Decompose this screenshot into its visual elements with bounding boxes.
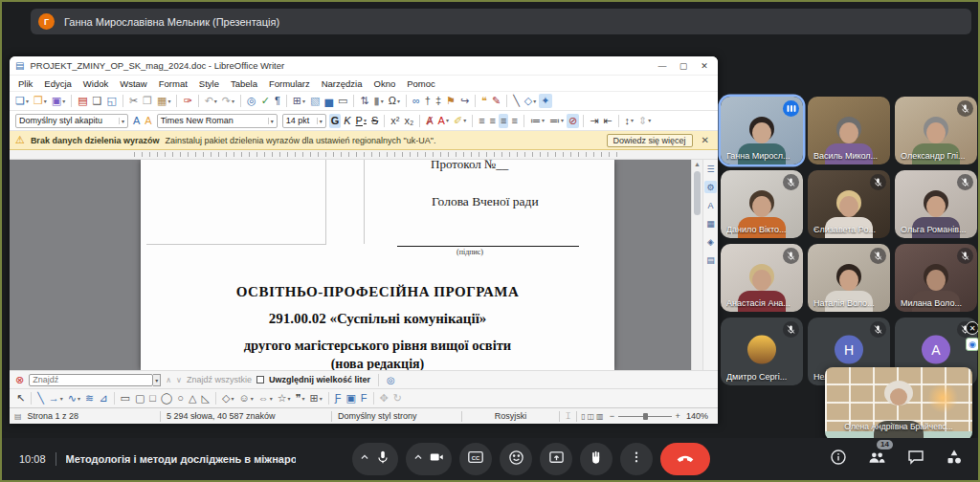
basic-shapes-icon[interactable]: ◇▾ (220, 391, 235, 405)
export-pdf-icon[interactable]: ▤ (76, 94, 89, 108)
insert-line-icon[interactable]: ╲ (511, 94, 522, 108)
italic-icon[interactable]: K (342, 114, 352, 128)
menu-plik[interactable]: Plik (13, 77, 37, 90)
reactions-button[interactable] (500, 443, 532, 475)
freeform-icon[interactable]: ≋ (83, 391, 96, 405)
track-changes-icon[interactable]: ✎ (490, 94, 502, 108)
status-page-style[interactable]: Domyślny styl strony (332, 411, 461, 421)
bold-icon[interactable]: G (329, 114, 342, 128)
paragraph-spacing-icon[interactable]: ⇕▾ (636, 114, 653, 128)
overlay-extension-icon[interactable]: ◉ (966, 338, 979, 351)
subscript-icon[interactable]: x₂ (402, 114, 415, 128)
right-triangle-icon[interactable]: ◺ (199, 391, 211, 405)
highlight-color-icon[interactable]: ✐▾ (452, 114, 468, 128)
insert-text-box-icon[interactable]: ▭ (336, 94, 349, 108)
participant-tile[interactable]: Анастасія Ана... (721, 244, 803, 312)
maximize-button[interactable]: ▢ (676, 61, 691, 71)
hyperlink-icon[interactable]: ∞ (411, 94, 422, 108)
edit-points-icon[interactable]: ✥ (378, 391, 390, 405)
clear-formatting-icon[interactable]: Ⱥ (424, 114, 434, 128)
endnote-icon[interactable]: ‡ (434, 94, 443, 108)
zoom-out-icon[interactable]: − (610, 411, 614, 421)
end-call-button[interactable] (660, 443, 710, 475)
square-icon[interactable]: □ (147, 391, 158, 405)
overlay-close-icon[interactable]: ✕ (966, 321, 979, 335)
menu-pomoc[interactable]: Pomoc (402, 77, 440, 90)
align-center-icon[interactable]: ≡ (488, 114, 498, 128)
participant-tile[interactable]: Єлизавета Ро... (808, 170, 890, 238)
status-page[interactable]: Strona 1 z 28 (22, 411, 160, 421)
font-color-icon[interactable]: A▾ (436, 114, 451, 128)
meeting-details-button[interactable] (830, 449, 847, 470)
raise-hand-button[interactable] (580, 443, 612, 475)
rectangle-icon[interactable]: ▭ (119, 391, 132, 405)
update-style-icon[interactable]: A (131, 114, 142, 128)
find-and-replace-icon[interactable]: ◎ (387, 375, 395, 385)
view-layout-icons[interactable]: ▯◫▥ (581, 412, 606, 421)
flowchart-icon[interactable]: ⊞▾ (307, 391, 323, 405)
minimize-button[interactable]: — (655, 61, 670, 71)
close-button[interactable]: ✕ (697, 61, 712, 71)
vertical-scrollbar[interactable]: ▲ (691, 160, 702, 370)
numbered-list-icon[interactable]: ≕▾ (547, 114, 566, 128)
copy-icon[interactable]: ❐ (141, 94, 154, 108)
page-deck-icon[interactable]: ▤ (704, 253, 717, 266)
find-input[interactable] (29, 374, 153, 386)
symbol-shapes-icon[interactable]: ☺▾ (236, 391, 255, 405)
more-options-button[interactable] (620, 443, 653, 475)
rotate-icon[interactable]: ↻ (391, 391, 404, 405)
triangle-icon[interactable]: △ (187, 391, 198, 405)
paragraph-style-combo[interactable]: Domyślny styl akapitu▾ (15, 114, 128, 128)
print-preview-icon[interactable]: ◱ (104, 94, 118, 108)
align-right-icon[interactable]: ≡ (499, 114, 508, 128)
footnote-icon[interactable]: † (423, 94, 433, 108)
menu-widok[interactable]: Widok (78, 77, 113, 90)
insert-image-icon[interactable]: ▧ (308, 94, 322, 108)
chat-button[interactable] (907, 449, 924, 470)
horizontal-ruler[interactable] (10, 150, 718, 160)
status-wordcount[interactable]: 5 294 słowa, 40 587 znaków (161, 411, 331, 421)
chevron-up-icon[interactable] (358, 450, 371, 468)
paste-icon[interactable]: ▦▾ (155, 94, 172, 108)
font-name-combo[interactable]: Times New Roman▾ (157, 114, 278, 128)
show-draw-functions-icon[interactable]: ✦ (539, 94, 551, 108)
polygon-icon[interactable]: ⊿ (97, 391, 109, 405)
basic-shapes-icon[interactable]: ◇▾ (523, 94, 538, 108)
bullet-list-icon[interactable]: ≔▾ (528, 114, 546, 128)
find-all-button[interactable]: Znajdź wszystkie (187, 375, 252, 384)
menu-tabela[interactable]: Tabela (226, 77, 262, 90)
new-style-icon[interactable]: A (143, 114, 153, 128)
present-button[interactable] (540, 443, 572, 475)
clone-formatting-icon[interactable]: ✑ (181, 94, 193, 108)
fontwork-icon[interactable]: Ƒ (333, 391, 344, 405)
infobar-learn-more-button[interactable]: Dowiedz się więcej (607, 134, 693, 147)
formatting-marks-icon[interactable]: ¶ (273, 94, 282, 108)
status-language[interactable]: Rosyjski (462, 411, 559, 421)
align-justify-icon[interactable]: ≡ (509, 114, 519, 128)
new-document-icon[interactable]: ❏▾ (13, 94, 31, 108)
comment-icon[interactable]: ❝ (479, 94, 489, 108)
participant-tile[interactable]: Милана Воло... (895, 244, 977, 312)
chevron-up-icon[interactable] (412, 450, 425, 468)
circle-icon[interactable]: ○ (175, 391, 186, 405)
menu-okno[interactable]: Okno (369, 77, 401, 90)
document-page[interactable]: Протокол №__ Голова Вченої ради (підпис)… (141, 160, 614, 370)
insert-textbox-icon[interactable]: ▣ (344, 391, 357, 405)
stars-icon[interactable]: ☆▾ (276, 391, 293, 405)
insert-field-icon[interactable]: ▮▾ (372, 94, 386, 108)
find-next-icon[interactable]: ∨ (176, 376, 182, 384)
participant-tile[interactable]: Наталія Воло... (808, 244, 890, 312)
navigator-deck-icon[interactable]: ◈ (704, 235, 717, 248)
camera-button[interactable] (406, 443, 452, 475)
cut-icon[interactable]: ✂ (127, 94, 140, 108)
strikethrough-icon[interactable]: S (369, 114, 380, 128)
redo-icon[interactable]: ↷▾ (220, 94, 236, 108)
ellipse-icon[interactable]: ◯ (159, 391, 174, 405)
block-arrows-icon[interactable]: ⇔▾ (256, 391, 275, 405)
mic-button[interactable] (352, 443, 398, 475)
line-spacing-icon[interactable]: ↕▾ (623, 114, 636, 128)
increase-indent-icon[interactable]: ⇥ (588, 114, 600, 128)
bookmark-icon[interactable]: ⚑ (444, 94, 457, 108)
people-button[interactable]: 14 (868, 449, 886, 471)
underline-icon[interactable]: P▾ (354, 114, 368, 128)
